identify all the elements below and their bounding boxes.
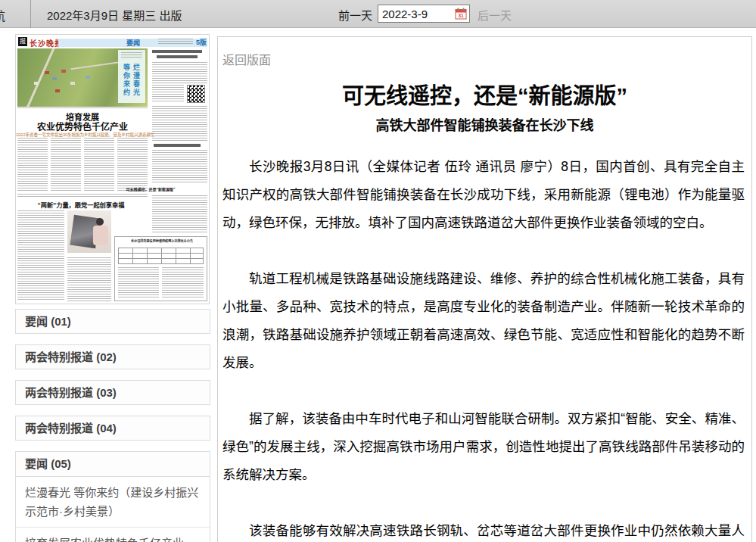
- sidebar-page-item[interactable]: 两会特别报道 (04): [15, 416, 210, 441]
- text-column: [51, 138, 81, 191]
- mini-headline-bar: [157, 55, 198, 58]
- text-column: [67, 257, 111, 301]
- mini-headline-bar: [152, 50, 202, 53]
- newspaper-logo: 报: [18, 37, 27, 46]
- photo-caption-line: [17, 107, 148, 110]
- thumb-headline-1-subtitle: 2022年省委一号文件提出30条措施为乡村振兴赋能，目及乡村振兴通春耕忙: [16, 131, 146, 137]
- article-subtitle: 高铁大部件智能铺换装备在长沙下线: [218, 114, 751, 134]
- sidebar-article-link[interactable]: 烂漫春光 等你来约（建设乡村振兴示范市·乡村美景）: [16, 477, 210, 528]
- banner-small-text: [121, 52, 142, 59]
- land-notice-block: 长沙县国有建设用地使用权网上挂牌出让公告: [114, 236, 207, 301]
- article-paragraph: 长沙晚报3月8日讯（全媒体记者 伍玲 通讯员 廖宁）8日，国内首创、具有完全自主…: [222, 153, 745, 237]
- article-paragraph: 轨道工程机械是铁路基础设施线路建设、维修、养护的综合性机械化施工装备，具有小批量…: [222, 265, 745, 377]
- text-column: [152, 85, 184, 103]
- article-body: 长沙晚报3月8日讯（全媒体记者 伍玲 通讯员 廖宁）8日，国内首创、具有完全自主…: [222, 153, 745, 542]
- clipped-nav-text: 航: [0, 6, 5, 24]
- text-column: [152, 150, 207, 183]
- banner-text: 烂漫春光 等你来约: [122, 61, 142, 100]
- current-page-box: 要闻 (05) 烂漫春光 等你来约（建设乡村振兴示范市·乡村美景） 培育发展农业…: [15, 451, 210, 542]
- sidebar: 报 长沙晚报 要闻 5版 烂漫春光 等你来约 培育发展 农业优势特色千亿产业 2…: [15, 34, 210, 542]
- photo-house: [55, 89, 60, 92]
- text-column: [17, 138, 48, 191]
- photo-house: [34, 82, 39, 85]
- text-column: [162, 267, 204, 299]
- text-column: [17, 210, 64, 301]
- article-paragraph: 据了解，该装备由中车时代电子和山河智能联合研制。双方紧扣“智能、安全、精准、绿色…: [222, 405, 745, 489]
- spring-banner: 烂漫春光 等你来约: [118, 50, 145, 103]
- article-list: 烂漫春光 等你来约（建设乡村振兴示范市·乡村美景） 培育发展农业优势特色千亿产业: [16, 477, 210, 542]
- worker-coat-shape: [93, 226, 108, 245]
- page-list: 要闻 (01) 两会特别报道 (02) 两会特别报道 (03) 两会特别报道 (…: [15, 309, 210, 441]
- photo-house: [61, 70, 66, 73]
- back-to-page-link[interactable]: 返回版面: [222, 50, 271, 68]
- sidebar-article-link[interactable]: 培育发展农业优势特色千亿产业: [16, 528, 210, 542]
- text-column: [152, 62, 207, 83]
- article-paragraph: 该装备能够有效解决高速铁路长钢轨、岔芯等道岔大部件更换作业中仍然依赖大量人工和小…: [222, 517, 745, 542]
- notice-table: [118, 248, 204, 264]
- date-input-value[interactable]: 2022-3-9: [382, 8, 428, 20]
- text-column: [118, 267, 159, 299]
- publication-date-label: 2022年3月9日 星期三 出版: [47, 7, 182, 23]
- photo-house: [45, 71, 49, 74]
- date-input[interactable]: 2022-3-9 31: [378, 5, 470, 23]
- notice-headline: 长沙县国有建设用地使用权网上挂牌出让公告: [116, 238, 209, 243]
- top-navigation-bar: 航 2022年3月9日 星期三 出版 前一天 2022-3-9 31 后一天: [0, 0, 756, 28]
- previous-day-link[interactable]: 前一天: [338, 7, 372, 23]
- article-panel: 返回版面 可无线遥控，还是“新能源版” 高铁大部件智能铺换装备在长沙下线 长沙晚…: [217, 36, 752, 542]
- sidebar-page-item[interactable]: 两会特别报道 (03): [15, 380, 210, 405]
- kicker-line: [17, 196, 148, 198]
- current-page-label[interactable]: 要闻 (05): [16, 452, 210, 477]
- page-number-label: 5版: [196, 37, 207, 47]
- text-column: [84, 138, 114, 191]
- text-column: [152, 106, 207, 141]
- calendar-icon[interactable]: 31: [455, 8, 467, 20]
- photo-house: [52, 77, 57, 80]
- newspaper-page-thumbnail[interactable]: 报 长沙晚报 要闻 5版 烂漫春光 等你来约 培育发展 农业优势特色千亿产业 2…: [15, 34, 210, 304]
- section-label: 要闻: [126, 38, 140, 48]
- mini-headline-bar: [154, 144, 201, 147]
- article-title: 可无线遥控，还是“新能源版”: [218, 78, 751, 110]
- svg-text:31: 31: [458, 13, 464, 18]
- text-column: [152, 195, 207, 233]
- photo-house: [70, 82, 75, 85]
- sidebar-page-item[interactable]: 要闻 (01): [15, 309, 210, 334]
- thumb-current-article-headline: 可无线遥控，还是“新能源版”: [92, 186, 210, 192]
- topbar-divider: [30, 0, 31, 28]
- next-day-link-disabled: 后一天: [478, 7, 512, 23]
- qr-code: [187, 85, 205, 103]
- divider-rule: [17, 194, 148, 195]
- aerial-village-photo: 烂漫春光 等你来约: [17, 48, 148, 107]
- worker-head-shape: [96, 218, 104, 226]
- sidebar-page-item[interactable]: 两会特别报道 (02): [15, 344, 210, 369]
- text-column: [117, 138, 148, 191]
- worker-photo: [67, 210, 111, 253]
- photo-road: [24, 48, 55, 107]
- photo-house: [86, 76, 90, 79]
- masthead-info-lines: [158, 39, 193, 45]
